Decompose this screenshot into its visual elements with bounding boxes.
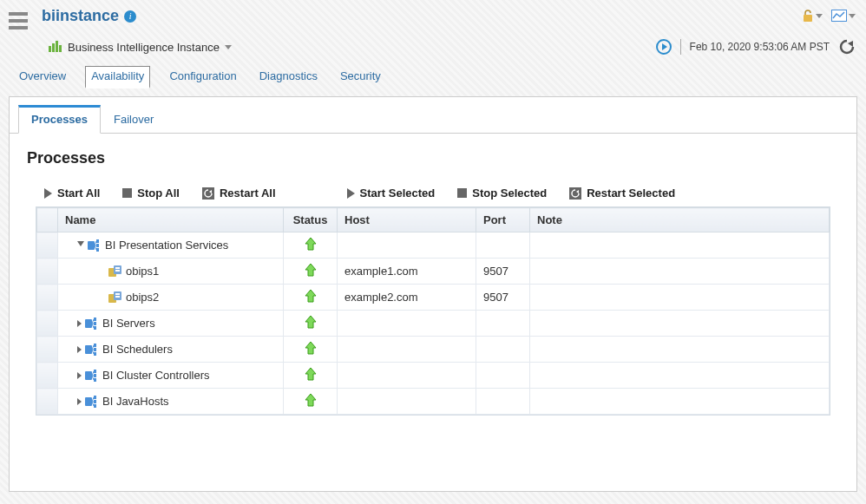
table-row[interactable]: obips2example2.com9507 <box>37 285 830 311</box>
instance-type-dropdown[interactable]: Business Intelligence Instance <box>49 41 232 54</box>
svg-rect-12 <box>88 241 95 250</box>
stop-selected-button[interactable]: Stop Selected <box>457 187 547 200</box>
process-name: BI Cluster Controllers <box>102 369 210 382</box>
component-icon <box>85 370 99 382</box>
stop-icon <box>457 188 467 198</box>
note-cell <box>530 389 830 415</box>
status-up-icon <box>305 393 317 407</box>
subtab-processes[interactable]: Processes <box>18 105 101 134</box>
col-note[interactable]: Note <box>530 208 830 232</box>
collapse-icon[interactable] <box>77 241 84 250</box>
play-button[interactable] <box>656 39 672 55</box>
processes-table: Name Status Host Port Note BI Presentati… <box>36 207 830 415</box>
svg-marker-37 <box>305 316 316 328</box>
svg-line-16 <box>95 241 96 245</box>
svg-marker-24 <box>305 264 316 276</box>
divider <box>680 39 681 55</box>
svg-marker-29 <box>305 290 316 302</box>
svg-line-36 <box>92 324 94 328</box>
svg-marker-19 <box>305 238 316 250</box>
svg-rect-13 <box>96 239 99 243</box>
page-title: biinstance <box>42 7 119 25</box>
note-cell <box>530 259 830 285</box>
svg-line-60 <box>92 402 94 406</box>
table-row[interactable]: BI Presentation Services <box>37 232 830 259</box>
stop-all-button[interactable]: Stop All <box>122 187 180 200</box>
refresh-button[interactable] <box>838 38 856 56</box>
note-cell <box>530 337 830 363</box>
svg-marker-45 <box>305 342 316 354</box>
svg-rect-14 <box>96 244 99 247</box>
menu-icon[interactable] <box>7 10 33 31</box>
expand-icon[interactable] <box>77 320 82 327</box>
table-row[interactable]: obips1example1.com9507 <box>37 259 830 285</box>
status-up-icon <box>305 289 317 303</box>
expand-icon[interactable] <box>77 398 82 405</box>
restart-icon <box>569 187 581 200</box>
tab-overview[interactable]: Overview <box>16 66 69 88</box>
svg-rect-30 <box>85 319 92 328</box>
row-gutter <box>37 285 58 311</box>
host-cell <box>338 311 476 337</box>
svg-rect-5 <box>49 46 51 52</box>
start-selected-button[interactable]: Start Selected <box>347 187 436 200</box>
svg-rect-2 <box>9 26 28 29</box>
lock-dropdown[interactable] <box>802 9 823 23</box>
svg-rect-7 <box>56 41 58 52</box>
status-up-icon <box>305 367 317 381</box>
process-name: BI Servers <box>102 317 155 330</box>
tab-configuration[interactable]: Configuration <box>166 66 239 88</box>
table-row[interactable]: BI Cluster Controllers <box>37 363 830 389</box>
bi-instance-icon <box>49 41 62 53</box>
tab-availability[interactable]: Availability <box>85 66 150 88</box>
caret-down-icon <box>849 14 856 18</box>
svg-rect-6 <box>52 43 55 52</box>
note-cell <box>530 363 830 389</box>
play-icon <box>44 188 52 199</box>
svg-rect-41 <box>94 352 96 356</box>
svg-rect-56 <box>94 400 96 403</box>
svg-rect-55 <box>94 396 96 399</box>
chart-dropdown[interactable] <box>831 10 856 22</box>
svg-marker-53 <box>305 368 316 380</box>
process-name: BI JavaHosts <box>102 395 169 408</box>
restart-icon <box>202 187 214 200</box>
port-cell <box>476 337 530 363</box>
tab-diagnostics[interactable]: Diagnostics <box>256 66 321 88</box>
svg-rect-31 <box>94 317 96 321</box>
process-name: BI Presentation Services <box>105 239 228 252</box>
restart-all-button[interactable]: Restart All <box>202 187 276 200</box>
component-icon <box>85 344 99 356</box>
info-icon[interactable]: i <box>124 10 136 23</box>
subtab-failover[interactable]: Failover <box>101 105 167 134</box>
svg-rect-46 <box>85 371 92 380</box>
table-row[interactable]: BI JavaHosts <box>37 389 830 415</box>
svg-line-50 <box>92 371 94 376</box>
svg-rect-3 <box>804 15 812 22</box>
process-name: obips1 <box>126 265 159 278</box>
svg-rect-39 <box>94 344 96 347</box>
svg-rect-28 <box>115 296 120 298</box>
sub-tabs: ProcessesFailover <box>10 97 856 134</box>
table-row[interactable]: BI Servers <box>37 311 830 337</box>
restart-selected-button[interactable]: Restart Selected <box>569 187 675 200</box>
note-cell <box>530 232 830 259</box>
caret-down-icon <box>225 45 232 49</box>
svg-rect-57 <box>94 404 96 408</box>
expand-icon[interactable] <box>77 346 82 353</box>
svg-rect-15 <box>96 248 99 252</box>
tab-security[interactable]: Security <box>337 66 384 88</box>
row-gutter <box>37 337 58 363</box>
row-gutter <box>37 232 58 259</box>
col-status[interactable]: Status <box>284 208 338 232</box>
row-gutter <box>37 311 58 337</box>
last-refresh-timestamp: Feb 10, 2020 9:53:06 AM PST <box>690 41 830 53</box>
table-row[interactable]: BI Schedulers <box>37 337 830 363</box>
col-port[interactable]: Port <box>476 208 530 232</box>
start-all-button[interactable]: Start All <box>44 187 100 200</box>
col-name[interactable]: Name <box>58 208 284 232</box>
expand-icon[interactable] <box>77 372 82 379</box>
port-cell: 9507 <box>476 259 530 285</box>
status-up-icon <box>305 315 317 329</box>
col-host[interactable]: Host <box>338 208 476 232</box>
